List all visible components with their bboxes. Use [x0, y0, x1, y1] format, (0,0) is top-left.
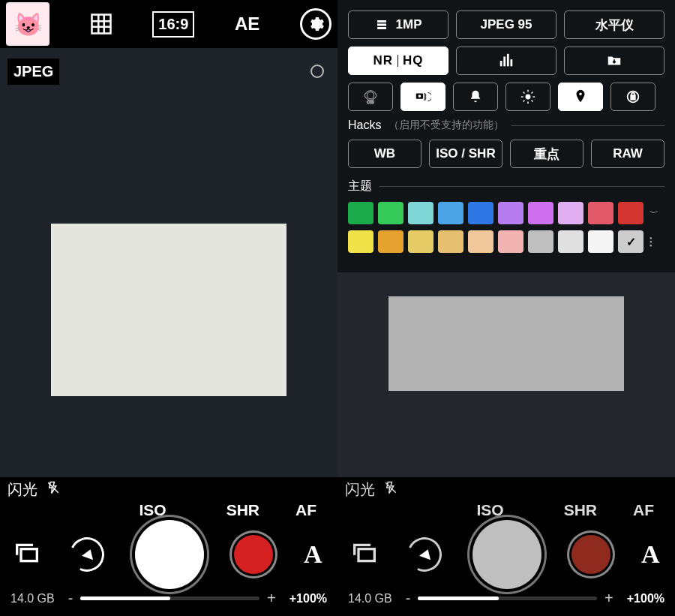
grid-icon[interactable]	[90, 13, 112, 35]
svg-line-23	[524, 92, 525, 94]
svg-text:OIS: OIS	[367, 100, 374, 104]
iso-label[interactable]: ISO	[139, 501, 166, 519]
jpeg-quality-button[interactable]: JPEG 95	[456, 11, 556, 39]
theme-swatch-selected[interactable]	[618, 230, 644, 253]
theme-swatch[interactable]	[378, 230, 404, 253]
more-dots-icon[interactable]: ●●●	[650, 236, 652, 248]
theme-swatch[interactable]	[528, 202, 554, 224]
mode-stack-icon[interactable]	[352, 541, 376, 568]
theme-swatch[interactable]	[348, 202, 374, 224]
camera-pane-right: 1MP JPEG 95 水平仪 NRHQ OIS	[338, 0, 675, 616]
record-button[interactable]	[234, 535, 273, 574]
svg-rect-11	[503, 57, 506, 67]
theme-swatch[interactable]	[498, 230, 524, 253]
nr-hq-button[interactable]: NRHQ	[348, 47, 448, 75]
svg-rect-6	[21, 549, 37, 561]
exposure-slider[interactable]: - +	[406, 590, 614, 607]
rotation-lock-button[interactable]	[610, 83, 656, 111]
timer-icon[interactable]	[403, 533, 447, 577]
theme-swatch[interactable]	[468, 202, 494, 224]
theme-swatch[interactable]	[588, 230, 614, 253]
save-folder-button[interactable]	[564, 47, 664, 75]
aspect-ratio-button[interactable]: 16:9	[152, 11, 194, 38]
record-button[interactable]	[572, 535, 610, 574]
shutter-button[interactable]	[135, 520, 204, 589]
format-badge: JPEG	[8, 59, 59, 85]
settings-gear-icon[interactable]	[300, 8, 332, 40]
theme-swatch[interactable]	[558, 230, 584, 253]
swatch-row-1: ﹀	[348, 202, 664, 224]
focus-ring-icon[interactable]	[310, 65, 324, 78]
svg-rect-9	[377, 27, 386, 29]
camera-preview[interactable]	[51, 224, 286, 396]
svg-line-26	[532, 92, 533, 94]
iso-shr-button[interactable]: ISO / SHR	[429, 140, 502, 168]
svg-line-24	[532, 101, 533, 102]
svg-rect-10	[500, 61, 502, 66]
theme-swatch[interactable]	[498, 202, 524, 224]
geotag-button[interactable]	[558, 83, 603, 111]
theme-swatch[interactable]	[528, 230, 554, 253]
zoom-label[interactable]: +100%	[627, 592, 664, 605]
storage-label: 14.0 GB	[348, 592, 392, 605]
shr-label[interactable]: SHR	[564, 501, 597, 519]
zoom-label[interactable]: +100%	[290, 592, 327, 605]
flash-label[interactable]: 闪光	[345, 479, 375, 500]
resolution-button[interactable]: 1MP	[348, 11, 448, 39]
bottom-bar-right: 闪光 ISO SHR AF A 14.0 GB - +	[338, 477, 675, 616]
swatch-row-2: ●●●	[348, 230, 664, 253]
raw-button[interactable]: RAW	[591, 140, 664, 168]
top-bar: 16:9 AE	[0, 0, 338, 48]
bottom-bar: 闪光 ISO SHR AF A 14.0 GB - +	[0, 477, 338, 616]
af-label[interactable]: AF	[633, 501, 654, 519]
svg-point-14	[367, 92, 374, 99]
theme-swatch[interactable]	[558, 202, 584, 224]
wb-button[interactable]: WB	[348, 140, 422, 168]
gallery-thumbnail[interactable]	[6, 2, 50, 46]
plus-sign: +	[604, 590, 614, 607]
brightness-button[interactable]	[506, 83, 550, 111]
storage-label: 14.0 GB	[10, 592, 55, 605]
svg-point-18	[526, 95, 530, 99]
theme-swatch[interactable]	[348, 230, 374, 253]
shr-label[interactable]: SHR	[226, 501, 260, 519]
settings-panel: 1MP JPEG 95 水平仪 NRHQ OIS	[338, 0, 675, 272]
iso-label[interactable]: ISO	[476, 501, 503, 519]
ae-button[interactable]: AE	[235, 14, 260, 35]
ois-button[interactable]: OIS	[348, 83, 393, 111]
af-label[interactable]: AF	[296, 501, 316, 519]
hacks-title: Hacks	[348, 119, 381, 132]
theme-swatch[interactable]	[408, 230, 434, 253]
hacks-subtitle: （启用不受支持的功能）	[388, 119, 504, 132]
flash-label[interactable]: 闪光	[8, 479, 38, 500]
svg-rect-7	[377, 20, 386, 23]
svg-line-25	[524, 101, 525, 102]
shutter-button[interactable]	[472, 520, 542, 589]
theme-swatch[interactable]	[588, 202, 614, 224]
svg-rect-0	[92, 15, 110, 34]
mode-stack-icon[interactable]	[15, 541, 39, 568]
theme-swatch[interactable]	[468, 230, 494, 253]
theme-swatch[interactable]	[438, 230, 464, 253]
svg-rect-30	[358, 549, 374, 561]
notification-button[interactable]	[453, 83, 498, 111]
theme-swatch[interactable]	[618, 202, 644, 224]
camera-preview-right[interactable]	[388, 296, 624, 391]
auto-mode-button[interactable]: A	[641, 540, 660, 569]
svg-point-17	[418, 95, 422, 98]
minus-sign: -	[68, 590, 74, 607]
shutter-sound-button[interactable]	[400, 83, 446, 111]
exposure-slider[interactable]: - +	[68, 590, 276, 607]
level-button[interactable]: 水平仪	[564, 11, 664, 39]
timer-icon[interactable]	[65, 533, 110, 577]
flash-off-icon[interactable]	[384, 481, 398, 498]
theme-swatch[interactable]	[408, 202, 434, 224]
auto-mode-button[interactable]: A	[304, 540, 322, 569]
histogram-button[interactable]	[456, 47, 556, 75]
theme-swatch[interactable]	[438, 202, 464, 224]
chevron-down-icon[interactable]: ﹀	[650, 207, 658, 220]
theme-title: 主题	[348, 179, 372, 194]
flash-off-icon[interactable]	[46, 481, 60, 498]
theme-swatch[interactable]	[378, 202, 404, 224]
focus-button[interactable]: 重点	[510, 140, 584, 168]
